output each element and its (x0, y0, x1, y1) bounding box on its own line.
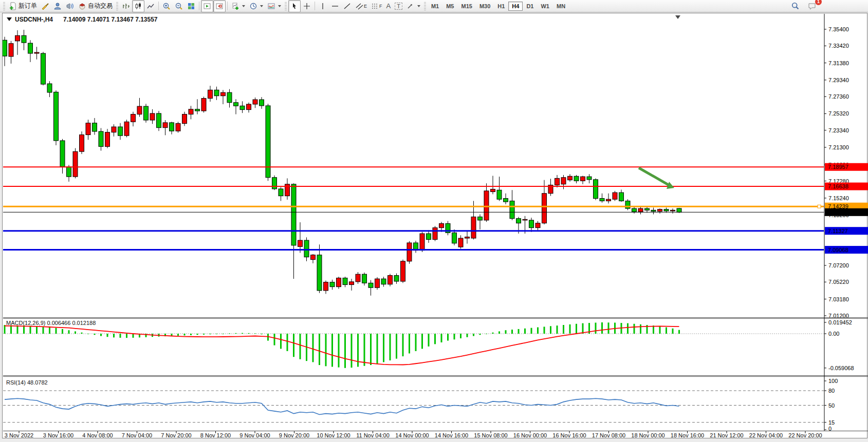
signal-icon (66, 2, 74, 10)
svg-text:15 Nov 08:00: 15 Nov 08:00 (474, 432, 507, 438)
timeframe-m5-button[interactable]: M5 (442, 2, 457, 11)
svg-text:7.13557: 7.13557 (828, 209, 848, 215)
signal-button[interactable] (64, 0, 76, 12)
indicators-button[interactable] (229, 0, 247, 12)
svg-text:7 Nov 20:00: 7 Nov 20:00 (161, 432, 191, 438)
svg-text:0.019452: 0.019452 (828, 319, 852, 325)
tile-windows-button[interactable] (185, 0, 197, 12)
text-icon: A (386, 2, 391, 10)
fibonacci-button[interactable]: F (369, 0, 384, 12)
timeframe-group: M1M5M15M30H1H4D1W1MN (428, 2, 569, 11)
svg-text:18 Nov 00:00: 18 Nov 00:00 (631, 432, 664, 438)
candles-layer (3, 30, 681, 296)
line-chart-button[interactable] (144, 0, 157, 12)
autotrading-button[interactable]: 自动交易 (76, 0, 115, 12)
trend-arrow-annotation (639, 168, 674, 189)
svg-text:15: 15 (828, 419, 835, 426)
level-lines (3, 167, 824, 249)
new-order-button[interactable]: 新订单 (7, 0, 39, 12)
new-order-label: 新订单 (19, 2, 37, 10)
label-icon: T (395, 3, 402, 10)
bar-chart-button[interactable] (120, 0, 132, 12)
vertical-line-button[interactable] (317, 0, 329, 12)
timeframe-m30-button[interactable]: M30 (476, 2, 494, 11)
timeframe-h1-button[interactable]: H1 (494, 2, 508, 11)
svg-text:9 Nov 04:00: 9 Nov 04:00 (239, 432, 270, 438)
trendline-button[interactable] (341, 0, 354, 12)
arrows-button[interactable] (404, 0, 422, 12)
svg-text:7.31380: 7.31380 (828, 60, 849, 66)
crosshair-icon (303, 2, 311, 10)
search-button[interactable] (789, 0, 802, 12)
profile-button[interactable] (51, 0, 64, 12)
chart-shift-marker (675, 15, 680, 19)
price-axis: 7.354007.334207.313807.293407.273607.253… (824, 26, 849, 319)
notification-badge: 1 (815, 0, 822, 5)
profile-icon (53, 2, 62, 10)
svg-text:7.03180: 7.03180 (828, 296, 849, 302)
channel-icon (356, 2, 364, 10)
rsi-indicator-label: RSI(14) 48.0782 (6, 379, 48, 386)
candlestick-chart-button[interactable] (132, 0, 144, 12)
svg-text:7 Nov 04:00: 7 Nov 04:00 (122, 432, 152, 438)
svg-text:16 Nov 00:00: 16 Nov 00:00 (513, 432, 547, 438)
svg-text:7.16638: 7.16638 (828, 183, 848, 189)
chart-title-ohlc: 7.14009 7.14071 7.13467 7.13557 (63, 16, 158, 23)
svg-text:14 Nov 16:00: 14 Nov 16:00 (435, 432, 468, 438)
svg-text:100: 100 (828, 378, 838, 384)
autotrading-label: 自动交易 (88, 2, 113, 10)
svg-text:3 Nov 16:00: 3 Nov 16:00 (43, 432, 73, 438)
svg-text:10 Nov 12:00: 10 Nov 12:00 (317, 432, 350, 438)
svg-text:3 Nov 2022: 3 Nov 2022 (5, 432, 33, 438)
chat-button[interactable]: 1 (806, 0, 819, 12)
timeframe-m1-button[interactable]: M1 (428, 2, 442, 11)
chart-window[interactable]: USDCNH-,H4 7.14009 7.14071 7.13467 7.135… (2, 13, 867, 438)
periods-button[interactable] (247, 0, 265, 12)
templates-button[interactable] (265, 0, 283, 12)
tile-windows-icon (187, 2, 195, 10)
timeframe-m15-button[interactable]: M15 (457, 2, 475, 11)
svg-text:8 Nov 12:00: 8 Nov 12:00 (200, 432, 231, 438)
auto-scroll-icon (203, 2, 211, 10)
toolbar-separator (227, 2, 228, 10)
timeframe-mn-button[interactable]: MN (553, 2, 569, 11)
chart-shift-icon (215, 2, 224, 10)
styler-button[interactable] (39, 0, 51, 12)
timeframe-d1-button[interactable]: D1 (523, 2, 537, 11)
cursor-button[interactable] (288, 0, 301, 12)
chart-shift-button[interactable] (213, 0, 226, 12)
svg-text:7.18957: 7.18957 (828, 164, 848, 170)
chart-title-symbol: USDCNH-,H4 (15, 16, 53, 23)
fibonacci-letter: F (379, 4, 382, 9)
svg-text:7.35400: 7.35400 (828, 26, 849, 32)
svg-text:22 Nov 04:00: 22 Nov 04:00 (749, 432, 783, 438)
text-button[interactable]: A (384, 0, 393, 12)
svg-text:7.01200: 7.01200 (828, 313, 849, 319)
svg-text:7.15240: 7.15240 (828, 195, 849, 201)
chevron-down-icon (242, 5, 245, 7)
new-order-icon (9, 2, 17, 10)
chart-canvas[interactable]: USDCNH-,H4 7.14009 7.14071 7.13467 7.135… (3, 13, 868, 439)
chevron-down-icon (260, 5, 263, 7)
svg-text:50: 50 (828, 402, 835, 409)
line-chart-icon (146, 2, 155, 10)
horizontal-line-icon (331, 2, 339, 10)
zoom-out-button[interactable] (173, 0, 185, 12)
svg-text:7.33420: 7.33420 (828, 43, 849, 49)
svg-text:11 Nov 04:00: 11 Nov 04:00 (356, 432, 390, 438)
auto-scroll-button[interactable] (201, 0, 213, 12)
chevron-down-icon (278, 5, 281, 7)
symbol-dropdown-icon[interactable] (7, 17, 12, 21)
svg-text:21 Nov 12:00: 21 Nov 12:00 (710, 432, 743, 438)
horizontal-line-button[interactable] (329, 0, 341, 12)
zoom-in-button[interactable] (160, 0, 173, 12)
svg-text:7.05220: 7.05220 (828, 279, 849, 285)
timeframe-w1-button[interactable]: W1 (537, 2, 553, 11)
svg-text:7.23340: 7.23340 (828, 127, 849, 133)
crosshair-button[interactable] (301, 0, 313, 12)
channel-button[interactable]: E (354, 0, 369, 12)
timeframe-h4-button[interactable]: H4 (508, 2, 523, 11)
label-button[interactable]: T (393, 0, 404, 12)
macd-pane: 0.0194520.00-0.059068 (3, 319, 854, 371)
trendline-icon (343, 2, 352, 10)
